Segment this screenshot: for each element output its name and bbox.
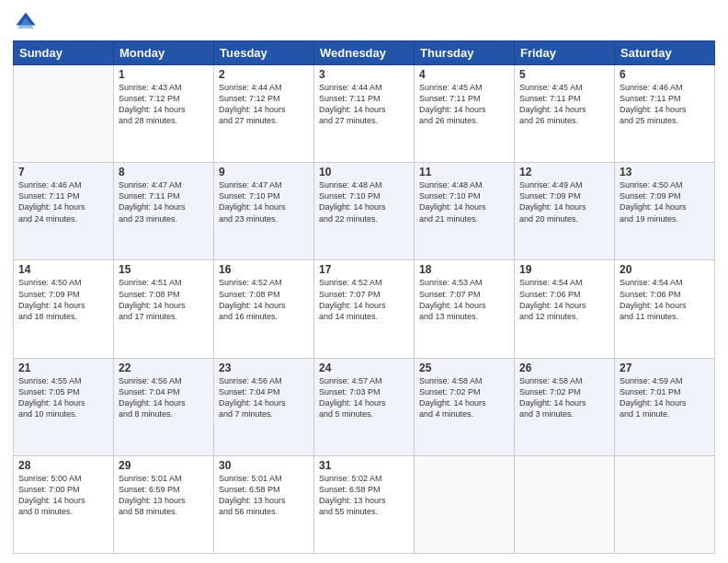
day-info: Sunrise: 4:47 AM Sunset: 7:10 PM Dayligh… [219,179,309,224]
calendar-cell: 14Sunrise: 4:50 AM Sunset: 7:09 PM Dayli… [14,260,114,358]
week-row-3: 14Sunrise: 4:50 AM Sunset: 7:09 PM Dayli… [14,260,715,358]
day-number: 24 [319,362,409,374]
day-number: 11 [419,166,509,178]
calendar-cell: 1Sunrise: 4:43 AM Sunset: 7:12 PM Daylig… [114,65,214,163]
day-number: 8 [119,166,209,178]
day-number: 22 [119,362,209,374]
week-row-2: 7Sunrise: 4:46 AM Sunset: 7:11 PM Daylig… [14,163,715,260]
calendar-cell: 7Sunrise: 4:46 AM Sunset: 7:11 PM Daylig… [14,163,114,260]
day-info: Sunrise: 4:48 AM Sunset: 7:10 PM Dayligh… [319,179,409,224]
day-number: 23 [219,362,309,374]
day-info: Sunrise: 4:57 AM Sunset: 7:03 PM Dayligh… [319,375,409,420]
day-number: 15 [119,263,209,276]
day-info: Sunrise: 4:43 AM Sunset: 7:12 PM Dayligh… [119,82,209,127]
calendar-cell: 13Sunrise: 4:50 AM Sunset: 7:09 PM Dayli… [615,163,715,260]
day-number: 26 [519,362,609,374]
calendar-cell: 27Sunrise: 4:59 AM Sunset: 7:01 PM Dayli… [615,358,715,455]
day-info: Sunrise: 4:46 AM Sunset: 7:11 PM Dayligh… [620,82,710,127]
calendar-cell: 6Sunrise: 4:46 AM Sunset: 7:11 PM Daylig… [615,65,715,163]
logo-icon [13,9,39,35]
day-number: 9 [219,166,309,178]
day-info: Sunrise: 4:45 AM Sunset: 7:11 PM Dayligh… [519,82,609,127]
day-number: 17 [319,263,409,276]
calendar-cell: 9Sunrise: 4:47 AM Sunset: 7:10 PM Daylig… [214,163,314,260]
day-info: Sunrise: 4:50 AM Sunset: 7:09 PM Dayligh… [620,179,710,224]
day-number: 2 [219,68,309,81]
day-info: Sunrise: 4:56 AM Sunset: 7:04 PM Dayligh… [219,375,309,420]
calendar-cell: 18Sunrise: 4:53 AM Sunset: 7:07 PM Dayli… [415,260,515,358]
day-info: Sunrise: 5:02 AM Sunset: 6:58 PM Dayligh… [319,473,409,518]
week-row-4: 21Sunrise: 4:55 AM Sunset: 7:05 PM Dayli… [14,358,715,455]
day-info: Sunrise: 4:49 AM Sunset: 7:09 PM Dayligh… [519,179,609,224]
day-info: Sunrise: 4:59 AM Sunset: 7:01 PM Dayligh… [620,375,710,420]
day-info: Sunrise: 4:45 AM Sunset: 7:11 PM Dayligh… [419,82,509,127]
day-info: Sunrise: 4:58 AM Sunset: 7:02 PM Dayligh… [419,375,509,420]
logo [13,9,42,35]
calendar-cell: 23Sunrise: 4:56 AM Sunset: 7:04 PM Dayli… [214,358,314,455]
calendar-cell: 5Sunrise: 4:45 AM Sunset: 7:11 PM Daylig… [515,65,615,163]
day-info: Sunrise: 4:44 AM Sunset: 7:12 PM Dayligh… [219,82,309,127]
calendar-cell: 17Sunrise: 4:52 AM Sunset: 7:07 PM Dayli… [314,260,415,358]
calendar-cell: 28Sunrise: 5:00 AM Sunset: 7:00 PM Dayli… [14,455,114,553]
day-number: 13 [620,166,710,178]
calendar-cell [415,455,515,553]
calendar-cell: 31Sunrise: 5:02 AM Sunset: 6:58 PM Dayli… [314,455,415,553]
calendar-cell [615,455,715,553]
calendar-cell: 4Sunrise: 4:45 AM Sunset: 7:11 PM Daylig… [415,65,515,163]
day-info: Sunrise: 5:01 AM Sunset: 6:59 PM Dayligh… [119,473,209,518]
calendar-cell: 16Sunrise: 4:52 AM Sunset: 7:08 PM Dayli… [214,260,314,358]
calendar-cell [515,455,615,553]
calendar-cell: 8Sunrise: 4:47 AM Sunset: 7:11 PM Daylig… [114,163,214,260]
day-number: 29 [119,459,209,472]
day-number: 27 [620,362,710,374]
week-row-1: 1Sunrise: 4:43 AM Sunset: 7:12 PM Daylig… [14,65,715,163]
day-header-tuesday: Tuesday [214,41,314,65]
day-number: 14 [18,263,108,276]
calendar-cell: 19Sunrise: 4:54 AM Sunset: 7:06 PM Dayli… [515,260,615,358]
day-info: Sunrise: 4:52 AM Sunset: 7:08 PM Dayligh… [219,277,309,322]
calendar-cell: 26Sunrise: 4:58 AM Sunset: 7:02 PM Dayli… [515,358,615,455]
day-number: 18 [419,263,509,276]
day-header-monday: Monday [114,41,214,65]
day-info: Sunrise: 4:55 AM Sunset: 7:05 PM Dayligh… [18,375,108,420]
day-number: 31 [319,459,409,472]
page: SundayMondayTuesdayWednesdayThursdayFrid… [0,0,728,563]
day-info: Sunrise: 4:54 AM Sunset: 7:06 PM Dayligh… [620,277,710,322]
day-info: Sunrise: 4:54 AM Sunset: 7:06 PM Dayligh… [519,277,609,322]
calendar-cell: 2Sunrise: 4:44 AM Sunset: 7:12 PM Daylig… [214,65,314,163]
day-header-friday: Friday [515,41,615,65]
header-row: SundayMondayTuesdayWednesdayThursdayFrid… [14,41,715,65]
day-info: Sunrise: 4:53 AM Sunset: 7:07 PM Dayligh… [419,277,509,322]
calendar-cell: 20Sunrise: 4:54 AM Sunset: 7:06 PM Dayli… [615,260,715,358]
day-info: Sunrise: 4:47 AM Sunset: 7:11 PM Dayligh… [119,179,209,224]
calendar-cell: 11Sunrise: 4:48 AM Sunset: 7:10 PM Dayli… [415,163,515,260]
day-info: Sunrise: 5:00 AM Sunset: 7:00 PM Dayligh… [18,473,108,518]
header [13,9,715,35]
calendar-cell: 21Sunrise: 4:55 AM Sunset: 7:05 PM Dayli… [14,358,114,455]
day-number: 20 [620,263,710,276]
day-number: 10 [319,166,409,178]
calendar-cell: 30Sunrise: 5:01 AM Sunset: 6:58 PM Dayli… [214,455,314,553]
calendar-cell: 12Sunrise: 4:49 AM Sunset: 7:09 PM Dayli… [515,163,615,260]
day-number: 12 [519,166,609,178]
day-info: Sunrise: 4:44 AM Sunset: 7:11 PM Dayligh… [319,82,409,127]
day-number: 21 [18,362,108,374]
day-number: 7 [18,166,108,178]
day-header-sunday: Sunday [14,41,114,65]
day-info: Sunrise: 4:48 AM Sunset: 7:10 PM Dayligh… [419,179,509,224]
day-info: Sunrise: 4:52 AM Sunset: 7:07 PM Dayligh… [319,277,409,322]
day-header-saturday: Saturday [615,41,715,65]
day-info: Sunrise: 5:01 AM Sunset: 6:58 PM Dayligh… [219,473,309,518]
calendar-cell [14,65,114,163]
calendar-cell: 3Sunrise: 4:44 AM Sunset: 7:11 PM Daylig… [314,65,415,163]
day-number: 25 [419,362,509,374]
day-header-thursday: Thursday [415,41,515,65]
day-number: 19 [519,263,609,276]
day-number: 30 [219,459,309,472]
calendar-cell: 25Sunrise: 4:58 AM Sunset: 7:02 PM Dayli… [415,358,515,455]
calendar-table: SundayMondayTuesdayWednesdayThursdayFrid… [13,40,715,554]
day-info: Sunrise: 4:56 AM Sunset: 7:04 PM Dayligh… [119,375,209,420]
day-number: 16 [219,263,309,276]
day-header-wednesday: Wednesday [314,41,415,65]
week-row-5: 28Sunrise: 5:00 AM Sunset: 7:00 PM Dayli… [14,455,715,553]
